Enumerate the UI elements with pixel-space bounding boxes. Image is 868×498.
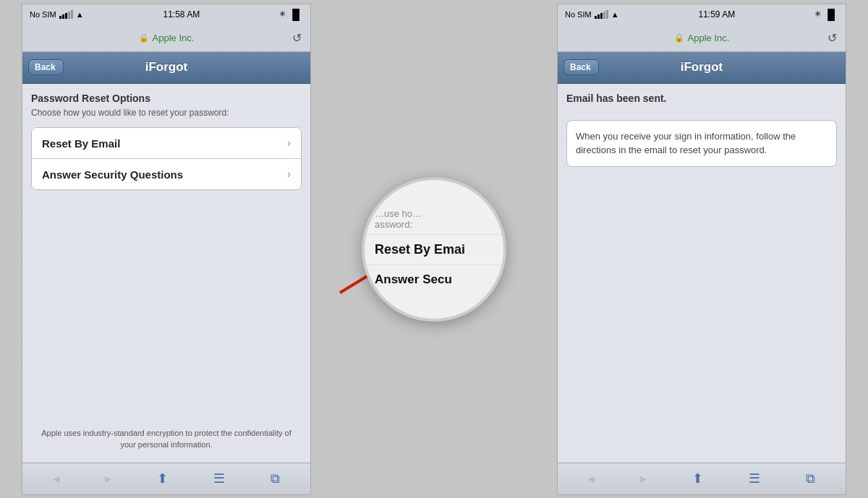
url-bar-1: 🔒 Apple Inc. ↺: [22, 25, 310, 52]
nav-title-2: iForgot: [681, 60, 723, 74]
phone1: No SIM ▲ 11:58 AM ✳ ▐▌ 🔒 Apple Inc.: [22, 4, 311, 495]
bookmarks-btn-2[interactable]: ☰: [743, 468, 766, 489]
share-btn-1[interactable]: ⬆: [151, 468, 174, 489]
company-name-2: Apple Inc.: [688, 33, 730, 43]
tabs-btn-1[interactable]: ⧉: [265, 468, 286, 489]
section-title-2: Email has been sent.: [566, 93, 837, 104]
status-right-1: ✳ ▐▌: [279, 9, 303, 20]
back-button-2[interactable]: Back: [563, 59, 599, 75]
status-left-2: No SIM ▲: [565, 10, 619, 19]
answer-security-label: Answer Security Questions: [42, 168, 183, 181]
status-left-1: No SIM ▲: [30, 10, 84, 19]
bar5-2: [606, 10, 608, 19]
lock-icon-2: 🔒: [674, 33, 684, 43]
lock-icon-1: 🔒: [139, 33, 149, 43]
bottom-toolbar-2: ◂ ▸ ⬆ ☰ ⧉: [558, 463, 846, 494]
bar2: [62, 14, 64, 19]
section-subtitle-1: Choose how you would like to reset your …: [31, 107, 302, 119]
nav-bar-1: Back iForgot: [22, 52, 310, 84]
bar1: [59, 16, 61, 19]
carrier-2: No SIM: [565, 10, 592, 19]
section-title-1: Password Reset Options: [31, 93, 302, 104]
list-group-1: Reset By Email › Answer Security Questio…: [31, 127, 302, 190]
status-right-2: ✳ ▐▌: [814, 9, 838, 20]
mag-top-text: …use ho… assword:: [365, 204, 503, 235]
phone2: No SIM ▲ 11:59 AM ✳ ▐▌ 🔒 Apple Inc.: [557, 4, 846, 495]
content-2: Email has been sent. When you receive yo…: [558, 84, 846, 463]
bar4: [68, 12, 70, 19]
reset-by-email-label: Reset By Email: [42, 137, 120, 150]
bluetooth-icon-1: ✳: [279, 9, 286, 19]
battery-icon-2: ▐▌: [824, 9, 838, 20]
reload-btn-2[interactable]: ↺: [827, 31, 837, 45]
battery-icon-1: ▐▌: [289, 9, 303, 20]
wifi-icon-1: ▲: [76, 10, 84, 19]
bar4-2: [603, 12, 605, 19]
bar5: [71, 10, 73, 19]
forward-nav-btn-1[interactable]: ▸: [99, 468, 117, 489]
content-1: Password Reset Options Choose how you wo…: [22, 84, 310, 463]
mag-item-2: Answer Secu: [365, 265, 503, 294]
tabs-btn-2[interactable]: ⧉: [800, 468, 821, 489]
bluetooth-icon-2: ✳: [814, 9, 821, 19]
bar3: [65, 13, 67, 19]
url-content-1: 🔒 Apple Inc.: [139, 33, 195, 43]
bar2-2: [597, 14, 600, 19]
carrier-1: No SIM: [30, 10, 56, 19]
wifi-icon-2: ▲: [611, 10, 619, 19]
bar3-2: [600, 13, 603, 19]
signal-bars-2: [595, 10, 608, 19]
back-button-1[interactable]: Back: [28, 59, 64, 75]
footer-text-1: Apple uses industry-standard encryption …: [22, 427, 310, 451]
url-bar-2: 🔒 Apple Inc. ↺: [558, 25, 846, 52]
mag-item-1: Reset By Emai: [365, 235, 503, 265]
nav-bar-2: Back iForgot: [558, 52, 846, 84]
signal-bars-1: [59, 10, 73, 19]
magnifier-circle: …use ho… assword: Reset By Emai Answer S…: [362, 177, 506, 322]
status-bar-1: No SIM ▲ 11:58 AM ✳ ▐▌: [22, 4, 310, 25]
url-content-2: 🔒 Apple Inc.: [674, 33, 730, 43]
info-text-2: When you receive your sign in informatio…: [576, 131, 796, 156]
status-bar-2: No SIM ▲ 11:59 AM ✳ ▐▌: [558, 4, 846, 25]
time-2: 11:59 AM: [699, 9, 736, 20]
chevron-icon-email: ›: [287, 137, 291, 150]
reload-btn-1[interactable]: ↺: [292, 31, 302, 45]
forward-nav-btn-2[interactable]: ▸: [634, 468, 652, 489]
bar1-2: [595, 16, 597, 19]
chevron-icon-security: ›: [287, 168, 291, 181]
reset-by-email-item[interactable]: Reset By Email ›: [32, 128, 301, 158]
time-1: 11:58 AM: [163, 9, 200, 20]
back-nav-btn-2[interactable]: ◂: [582, 468, 600, 489]
info-box-2: When you receive your sign in informatio…: [566, 120, 837, 167]
answer-security-item[interactable]: Answer Security Questions ›: [32, 158, 301, 189]
scene: No SIM ▲ 11:58 AM ✳ ▐▌ 🔒 Apple Inc.: [0, 0, 868, 498]
share-btn-2[interactable]: ⬆: [686, 468, 709, 489]
magnifier-area: …use ho… assword: Reset By Emai Answer S…: [311, 4, 557, 495]
back-nav-btn-1[interactable]: ◂: [47, 468, 65, 489]
company-name-1: Apple Inc.: [153, 33, 195, 43]
bookmarks-btn-1[interactable]: ☰: [208, 468, 231, 489]
nav-title-1: iForgot: [145, 60, 188, 74]
bottom-toolbar-1: ◂ ▸ ⬆ ☰ ⧉: [22, 463, 310, 494]
